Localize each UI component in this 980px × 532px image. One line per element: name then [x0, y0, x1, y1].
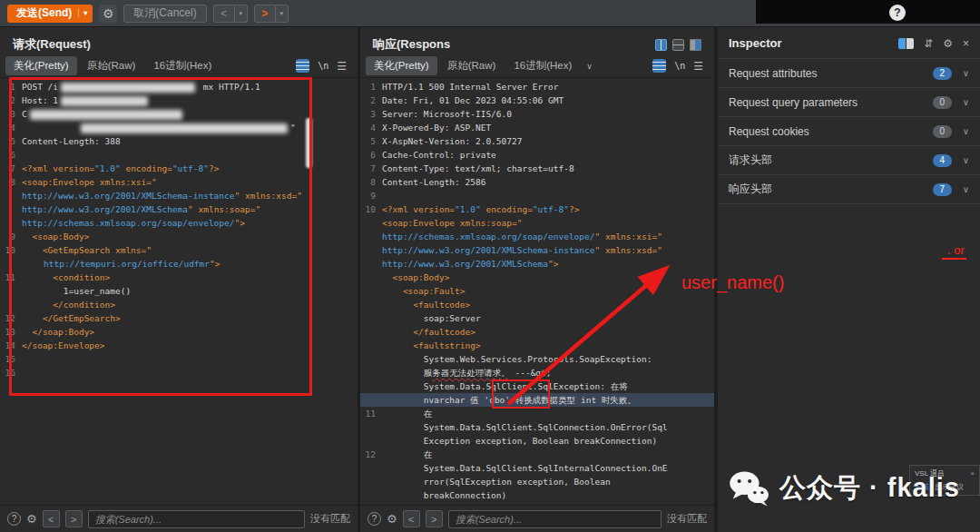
inspector-title: Inspector	[729, 36, 888, 50]
search-help-icon[interactable]: ?	[368, 512, 381, 526]
editor-menu-icon[interactable]: ☰	[337, 60, 347, 73]
syntax-highlight-icon[interactable]	[652, 59, 666, 73]
line-number: 5	[360, 134, 382, 148]
response-searchbar: ? ⚙ < > 没有匹配	[360, 505, 714, 532]
search-prev-button[interactable]: <	[43, 510, 60, 527]
layout-stacked-icon[interactable]	[672, 39, 684, 51]
forward-dropdown-icon[interactable]: ▾	[276, 5, 289, 23]
code-row: System.Data.SqlClient.SqlInternalConnect…	[360, 461, 714, 475]
response-titlebar: 响应(Respons	[360, 27, 714, 54]
code-text: 在	[382, 409, 432, 419]
send-dropdown-caret-icon[interactable]: ▾	[78, 9, 87, 17]
close-icon[interactable]: ×	[970, 469, 975, 478]
request-tab-raw[interactable]: 原始(Raw)	[79, 56, 144, 75]
request-tab-pretty[interactable]: 美化(Pretty)	[5, 56, 77, 75]
chevron-down-icon[interactable]: ∨	[963, 126, 969, 136]
count-badge: 2	[933, 67, 952, 80]
inspector-section[interactable]: 请求头部4∨	[718, 146, 980, 175]
search-no-match-label: 没有匹配	[667, 512, 707, 526]
code-text: Cache-Control: private	[382, 150, 496, 160]
tabs-more-chevron-down-icon[interactable]: ∨	[582, 62, 597, 71]
help-icon[interactable]: ?	[889, 5, 906, 21]
code-text: soap:Server	[382, 313, 481, 323]
code-row: 3Server: Microsoft-IIS/6.0	[360, 107, 714, 121]
request-searchbar: ? ⚙ < > 没有匹配	[0, 505, 358, 532]
code-row: <soap:Envelope xmlns:soap="	[360, 216, 714, 230]
inspector-settings-gear-icon[interactable]: ⚙	[943, 37, 953, 50]
redacted-titlebar-area	[756, 0, 980, 24]
send-button-label: 发送(Send)	[16, 5, 72, 21]
editor-menu-icon[interactable]: ☰	[693, 60, 703, 73]
search-prev-button[interactable]: <	[403, 510, 420, 527]
watermark-text: 公众号 · fkalis	[779, 470, 960, 507]
gear-icon[interactable]: ⚙	[99, 5, 117, 23]
code-row: 4X-Powered-By: ASP.NET	[360, 121, 714, 134]
forward-button[interactable]: >	[254, 5, 276, 23]
history-forward-group: > ▾	[254, 5, 289, 23]
code-text: " xmlns:xsd="	[595, 245, 662, 255]
code-text: X-Powered-By: ASP.NET	[382, 123, 491, 133]
code-row: 9	[360, 189, 714, 202]
chevron-down-icon[interactable]: ∨	[963, 97, 969, 107]
chevron-down-icon[interactable]: ∨	[963, 155, 969, 165]
search-settings-gear-icon[interactable]: ⚙	[387, 512, 397, 526]
request-tab-hex[interactable]: 16进制(Hex)	[145, 56, 220, 75]
code-text: </faultcode>	[382, 327, 475, 337]
line-number: 8	[360, 175, 382, 189]
wechat-icon	[728, 469, 769, 507]
search-next-button[interactable]: >	[426, 510, 443, 527]
response-tab-hex[interactable]: 16进制(Hex)	[505, 56, 580, 75]
chevron-down-icon[interactable]: ∨	[963, 184, 969, 194]
code-text: http://www.w3.org/2001/XMLSchema-instanc…	[382, 245, 595, 255]
back-button[interactable]: <	[213, 5, 235, 23]
chevron-down-icon[interactable]: ∨	[963, 68, 969, 78]
code-row: http://schemas.xmlsoap.org/soap/envelope…	[360, 230, 714, 243]
annotation-arrow	[497, 259, 688, 418]
line-number: 11	[360, 407, 382, 420]
inspector-close-icon[interactable]: ×	[963, 37, 969, 50]
inspector-section[interactable]: Request cookies0∨	[718, 117, 980, 146]
code-text: HTTP/1.1 500 Internal Server Error	[382, 82, 558, 92]
inspector-section-label: Request attributes	[729, 67, 933, 80]
count-badge: 4	[933, 154, 952, 167]
inspector-section[interactable]: Request query parameters0∨	[718, 88, 980, 117]
line-number: 4	[360, 121, 382, 134]
response-tab-pretty[interactable]: 美化(Pretty)	[366, 56, 437, 75]
code-row: 1HTTP/1.1 500 Internal Server Error	[360, 80, 714, 94]
code-text: Exception exception, Boolean breakConnec…	[382, 436, 657, 446]
code-row: 5X-AspNet-Version: 2.0.50727	[360, 134, 714, 148]
cancel-button[interactable]: 取消(Cancel)	[123, 5, 206, 23]
layout-single-icon[interactable]	[690, 39, 701, 51]
search-help-icon[interactable]: ?	[7, 512, 21, 526]
inspector-section[interactable]: Request attributes2∨	[718, 59, 980, 88]
code-text: "1.0"	[455, 204, 481, 214]
inspector-section-label: 请求头部	[729, 153, 933, 168]
code-text: 在	[382, 449, 432, 459]
response-tab-raw[interactable]: 原始(Raw)	[439, 56, 505, 75]
back-dropdown-icon[interactable]: ▾	[235, 5, 248, 23]
search-settings-gear-icon[interactable]: ⚙	[26, 512, 37, 526]
code-text: X-AspNet-Version: 2.0.50727	[382, 136, 522, 146]
code-row: http://www.w3.org/2001/XMLSchema-instanc…	[360, 243, 714, 257]
inspector-section[interactable]: 响应头部7∨	[718, 175, 980, 204]
line-number: 10	[360, 202, 382, 216]
code-row: 2Date: Fri, 01 Dec 2023 04:55:06 GMT	[360, 94, 714, 107]
send-button[interactable]: 发送(Send) ▾	[7, 5, 93, 23]
layout-columns-icon[interactable]	[655, 39, 667, 51]
newline-toggle-icon[interactable]: \n	[674, 61, 685, 71]
inspector-sort-icon[interactable]: ⇵	[924, 37, 933, 50]
code-text: http://schemas.xmlsoap.org/soap/envelope…	[382, 232, 595, 241]
search-input[interactable]	[88, 510, 305, 528]
code-row: rror(SqlException exception, Boolean	[360, 475, 714, 488]
history-back-group: < ▾	[213, 5, 248, 23]
search-input[interactable]	[448, 510, 662, 528]
line-number: 3	[360, 107, 382, 121]
inspector-dock-icon[interactable]	[898, 38, 914, 49]
newline-toggle-icon[interactable]: \n	[318, 61, 328, 71]
line-number: 6	[360, 148, 382, 162]
code-text: encoding=	[481, 204, 533, 214]
request-panel-title: 请求(Request)	[13, 36, 91, 53]
code-text: <soap:Envelope xmlns:soap="	[382, 218, 522, 228]
syntax-highlight-icon[interactable]	[296, 59, 309, 73]
search-next-button[interactable]: >	[65, 510, 83, 527]
